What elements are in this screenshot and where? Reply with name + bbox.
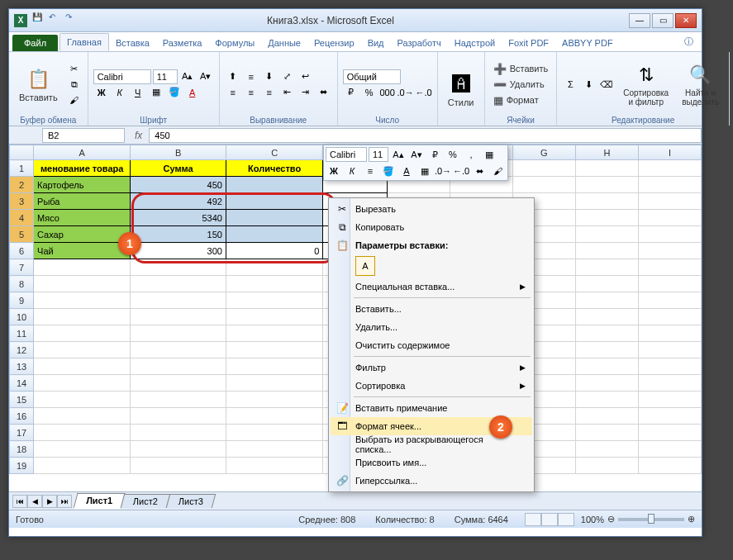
indent-dec-icon[interactable]: ⇤ — [279, 85, 296, 100]
ctx-clear[interactable]: Очистить содержимое — [331, 336, 532, 354]
tab-formulas[interactable]: Формулы — [208, 35, 261, 51]
row-header[interactable]: 2 — [10, 177, 34, 193]
tab-review[interactable]: Рецензир — [307, 35, 361, 51]
row-header[interactable]: 9 — [10, 292, 34, 309]
cell[interactable]: 300 — [131, 243, 226, 259]
tab-data[interactable]: Данные — [261, 35, 307, 51]
mini-shrink-font-icon[interactable]: A▾ — [408, 147, 425, 162]
mini-decdec-icon[interactable]: ←.0 — [453, 164, 469, 178]
view-layout-button[interactable] — [541, 513, 558, 526]
cell[interactable] — [226, 177, 322, 193]
ctx-pick-list[interactable]: Выбрать из раскрывающегося списка... — [331, 435, 532, 453]
ctx-hyperlink[interactable]: 🔗Гиперссылка... — [331, 472, 532, 490]
formula-input[interactable]: 450 — [149, 128, 702, 143]
tab-developer[interactable]: Разработч — [391, 35, 448, 51]
col-header[interactable]: G — [512, 145, 575, 160]
row-header[interactable]: 10 — [10, 309, 34, 325]
fill-color-icon[interactable]: 🪣 — [166, 85, 183, 100]
mini-decinc-icon[interactable]: .0→ — [435, 164, 451, 178]
sheet-nav-next[interactable]: ▶ — [42, 495, 57, 508]
worksheet-grid[interactable]: A B C D E F G H I 1 менование товара Сум… — [9, 145, 702, 491]
orientation-icon[interactable]: ⤢ — [279, 69, 296, 84]
mini-italic-icon[interactable]: К — [344, 164, 360, 178]
cell[interactable]: 5340 — [131, 210, 226, 226]
row-header[interactable]: 1 — [10, 160, 34, 177]
fill-icon[interactable]: ⬇ — [580, 77, 597, 92]
cell[interactable]: Сахар — [34, 226, 131, 243]
row-header[interactable]: 5 — [10, 226, 34, 243]
fx-icon[interactable]: fx — [128, 130, 149, 141]
mini-merge-icon[interactable]: ⬌ — [471, 164, 488, 178]
cell[interactable]: менование товара — [34, 160, 131, 177]
sheet-nav-prev[interactable]: ◀ — [27, 495, 42, 508]
save-icon[interactable]: 💾 — [32, 12, 45, 26]
ctx-comment[interactable]: 📝Вставить примечание — [331, 399, 532, 417]
row-header[interactable]: 15 — [10, 392, 34, 408]
cells-format-button[interactable]: ▦Формат — [490, 93, 552, 107]
cell[interactable]: Мясо — [34, 210, 131, 226]
mini-bold-icon[interactable]: Ж — [326, 164, 342, 178]
row-header[interactable]: 11 — [10, 325, 34, 342]
row-header[interactable]: 3 — [10, 193, 34, 210]
paste-button[interactable]: 📋 Вставить — [14, 64, 63, 104]
cell[interactable]: 150 — [131, 226, 226, 243]
row-header[interactable]: 4 — [10, 210, 34, 226]
indent-inc-icon[interactable]: ⇥ — [297, 85, 314, 100]
increase-font-icon[interactable]: A▴ — [179, 69, 196, 84]
name-box[interactable]: B2 — [42, 128, 125, 143]
tab-insert[interactable]: Вставка — [109, 35, 156, 51]
find-select-button[interactable]: 🔍 Найти и выделить — [677, 60, 724, 108]
tab-home[interactable]: Главная — [59, 33, 109, 51]
bold-icon[interactable]: Ж — [93, 85, 110, 100]
maximize-button[interactable]: ▭ — [652, 13, 674, 28]
row-header[interactable]: 13 — [10, 358, 34, 375]
wrap-text-icon[interactable]: ↩ — [297, 69, 314, 84]
copy-icon[interactable]: ⧉ — [66, 77, 83, 92]
cells-delete-button[interactable]: ➖Удалить — [490, 77, 552, 92]
comma-icon[interactable]: 000 — [379, 85, 396, 100]
align-center-icon[interactable]: ≡ — [243, 85, 259, 100]
ctx-delete[interactable]: Удалить... — [331, 318, 532, 336]
decrease-font-icon[interactable]: A▾ — [198, 69, 214, 84]
sort-filter-button[interactable]: ⇅ Сортировка и фильтр — [618, 60, 674, 108]
zoom-in-button[interactable]: ⊕ — [688, 514, 695, 524]
border-icon[interactable]: ▦ — [148, 85, 164, 100]
font-color-icon[interactable]: A — [184, 85, 201, 100]
sheet-nav-last[interactable]: ⏭ — [57, 495, 72, 508]
mini-currency-icon[interactable]: ₽ — [426, 147, 443, 162]
mini-font-combo[interactable]: Calibri — [326, 147, 367, 162]
cell[interactable]: 492 — [131, 193, 226, 210]
col-header[interactable]: A — [34, 145, 131, 160]
mini-border-icon[interactable]: ▦ — [416, 164, 433, 178]
align-right-icon[interactable]: ≡ — [261, 85, 278, 100]
cell[interactable] — [226, 193, 322, 210]
ctx-define-name[interactable]: Присвоить имя... — [331, 453, 532, 472]
row-header[interactable]: 7 — [10, 259, 34, 276]
mini-align-icon[interactable]: ≡ — [362, 164, 378, 178]
sheet-nav-first[interactable]: ⏮ — [12, 495, 27, 508]
percent-icon[interactable]: % — [361, 85, 378, 100]
cells-insert-button[interactable]: ➕Вставить — [490, 61, 552, 76]
file-tab[interactable]: Файл — [12, 35, 58, 51]
mini-format-icon[interactable]: ▦ — [481, 147, 497, 162]
tab-foxit[interactable]: Foxit PDF — [502, 35, 555, 51]
ctx-sort[interactable]: Сортировка▶ — [331, 377, 532, 395]
cell[interactable]: Количество — [226, 160, 322, 177]
tab-abbyy[interactable]: ABBYY PDF — [555, 35, 620, 51]
ctx-paste-option[interactable]: A — [331, 254, 532, 278]
zoom-slider[interactable] — [618, 518, 684, 521]
mini-percent-icon[interactable]: % — [445, 147, 461, 162]
mini-size-combo[interactable]: 11 — [369, 147, 388, 162]
row-header[interactable]: 8 — [10, 276, 34, 292]
underline-icon[interactable]: Ч — [130, 85, 146, 100]
col-header[interactable]: I — [638, 145, 701, 160]
cell[interactable]: Картофель — [34, 177, 131, 193]
row-header[interactable]: 14 — [10, 375, 34, 392]
cell[interactable]: 450 — [131, 177, 226, 193]
mini-painter-icon[interactable]: 🖌 — [489, 164, 506, 178]
row-header[interactable]: 16 — [10, 408, 34, 425]
mini-fontcolor-icon[interactable]: A — [398, 164, 415, 178]
ctx-filter[interactable]: Фильтр▶ — [331, 358, 532, 377]
sheet-tab[interactable]: Лист1 — [73, 493, 125, 509]
view-pagebreak-button[interactable] — [558, 513, 574, 526]
